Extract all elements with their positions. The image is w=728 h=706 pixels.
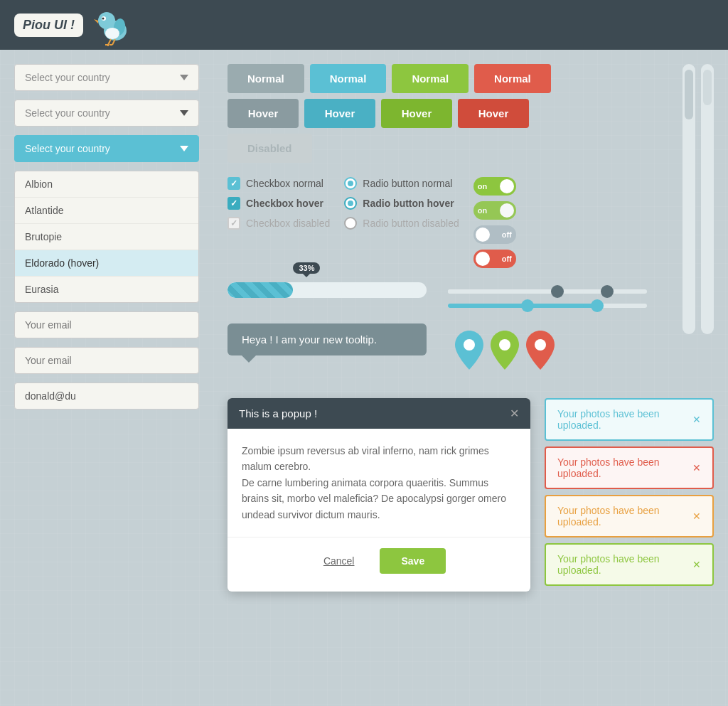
bird-icon [92, 4, 135, 53]
list-item-atlantide[interactable]: Atlantide [15, 198, 198, 224]
notification-red-text: Your photos have been uploaded. [557, 456, 692, 479]
sliders-container [448, 282, 647, 308]
toggle-2-on[interactable]: on [473, 201, 516, 220]
svg-line-7 [108, 39, 111, 45]
toggle-4-label: off [502, 255, 512, 263]
normal-buttons-row: Normal Normal Normal Normal [228, 64, 714, 93]
svg-point-1 [98, 12, 115, 29]
tooltip-box: Heya ! I am your new tooltip. [228, 323, 427, 355]
checkbox-1[interactable] [228, 177, 240, 190]
radio-2-label: Radio button hover [363, 198, 454, 209]
scrollbar-thumb-1[interactable] [685, 70, 693, 119]
notification-orange: Your photos have been uploaded. ✕ [545, 495, 714, 537]
toggle-1-knob [500, 179, 514, 193]
checkboxes-column: Checkbox normal Checkbox hover Checkbox … [228, 177, 330, 230]
checkbox-3-label: Checkbox disabled [246, 218, 330, 229]
popup-cancel-button[interactable]: Cancel [312, 548, 366, 574]
notification-blue-close[interactable]: ✕ [692, 414, 701, 425]
btn-normal-green[interactable]: Normal [392, 64, 469, 93]
radio-hover[interactable]: Radio button hover [344, 197, 459, 210]
checkbox-disabled: Checkbox disabled [228, 217, 330, 230]
slider-thumb-1b[interactable] [601, 285, 614, 298]
popup: This is a popup ! ✕ Zombie ipsum reversu… [228, 398, 530, 592]
btn-normal-red[interactable]: Normal [474, 64, 551, 93]
btn-hover-gray[interactable]: Hover [228, 99, 299, 128]
list-item-eldorado[interactable]: Eldorado (hover) [15, 250, 198, 277]
dropdown-list: Albion Atlantide Brutopie Eldorado (hove… [14, 171, 199, 303]
radio-2[interactable] [344, 197, 357, 210]
slider-thumb-2b[interactable] [591, 299, 604, 312]
popup-close-button[interactable]: ✕ [510, 407, 519, 420]
svg-point-3 [102, 18, 105, 20]
radio-normal[interactable]: Radio button normal [344, 177, 459, 190]
toggle-4-off[interactable]: off [473, 250, 516, 268]
checkbox-normal[interactable]: Checkbox normal [228, 177, 330, 190]
list-item-eurasia[interactable]: Eurasia [15, 277, 198, 302]
radio-3 [344, 217, 357, 230]
tooltip-pins-row: Heya ! I am your new tooltip. [228, 323, 714, 370]
toggle-2-label: on [478, 206, 487, 215]
toggle-4-knob [476, 252, 490, 266]
toggles-column: on on off off [473, 177, 516, 268]
radios-column: Radio button normal Radio button hover R… [344, 177, 459, 230]
dropdown-2[interactable]: Select your country [14, 100, 199, 127]
slider-thumb-2a[interactable] [521, 299, 534, 312]
disabled-buttons-row: Disabled [228, 134, 714, 163]
checkbox-2[interactable] [228, 197, 240, 210]
notification-orange-text: Your photos have been uploaded. [557, 505, 692, 528]
slider-fill-1 [448, 289, 607, 294]
dropdown-3-text: Select your country [25, 143, 110, 154]
email-input-1[interactable] [14, 311, 199, 338]
email-input-3[interactable] [14, 383, 199, 410]
buttons-section: Normal Normal Normal Normal Hover Hover … [228, 64, 714, 163]
toggle-3-knob [476, 228, 490, 242]
notification-blue: Your photos have been uploaded. ✕ [545, 398, 714, 441]
scrollbar-track-1 [682, 64, 695, 334]
progress-bar-bg [228, 282, 427, 298]
toggle-3-off[interactable]: off [473, 225, 516, 244]
email-input-2[interactable] [14, 347, 199, 374]
map-pin-red [526, 331, 555, 370]
toggle-1-on[interactable]: on [473, 177, 516, 196]
btn-normal-blue[interactable]: Normal [310, 64, 387, 93]
toggle-2-knob [500, 203, 514, 218]
check-radio-toggle-section: Checkbox normal Checkbox hover Checkbox … [228, 177, 714, 268]
svg-marker-4 [94, 19, 98, 23]
dropdown-arrow-3 [180, 146, 188, 151]
slider-track-2 [448, 304, 647, 308]
popup-text: Zombie ipsum reversus ab viral inferno, … [242, 443, 516, 523]
map-pins [455, 331, 555, 370]
slider-track-1 [448, 289, 647, 294]
popup-save-button[interactable]: Save [380, 548, 446, 574]
toggle-1-label: on [478, 182, 487, 191]
checkbox-2-label: Checkbox hover [246, 198, 323, 209]
scrollbar-thumb-2[interactable] [703, 70, 712, 105]
slider-thumb-1a[interactable] [551, 285, 564, 298]
dropdown-1[interactable]: Select your country [14, 64, 199, 91]
list-item-albion[interactable]: Albion [15, 171, 198, 198]
notification-orange-close[interactable]: ✕ [692, 510, 701, 522]
dropdown-3-active[interactable]: Select your country [14, 135, 199, 162]
checkbox-hover[interactable]: Checkbox hover [228, 197, 330, 210]
svg-point-13 [499, 339, 510, 351]
hover-buttons-row: Hover Hover Hover Hover [228, 99, 714, 128]
radio-1[interactable] [344, 177, 357, 190]
map-pin-green [491, 331, 519, 370]
notification-red-close[interactable]: ✕ [692, 462, 701, 474]
btn-hover-blue[interactable]: Hover [304, 99, 375, 128]
dropdown-2-text: Select your country [25, 107, 110, 119]
btn-hover-red[interactable]: Hover [458, 99, 529, 128]
checkbox-1-label: Checkbox normal [246, 178, 323, 189]
notification-green-close[interactable]: ✕ [692, 559, 701, 570]
logo: Piou UI ! [14, 14, 83, 37]
progress-bar-fill [228, 282, 293, 298]
left-column: Select your country Select your country … [14, 64, 220, 418]
list-item-brutopie[interactable]: Brutopie [15, 224, 198, 250]
btn-hover-green[interactable]: Hover [381, 99, 452, 128]
scrollbars-area [682, 64, 714, 334]
btn-normal-gray[interactable]: Normal [228, 64, 304, 93]
popup-body: Zombie ipsum reversus ab viral inferno, … [228, 429, 530, 537]
header: Piou UI ! [0, 0, 728, 50]
progress-label: 33% [293, 262, 320, 274]
progress-area: 33% [228, 282, 427, 309]
